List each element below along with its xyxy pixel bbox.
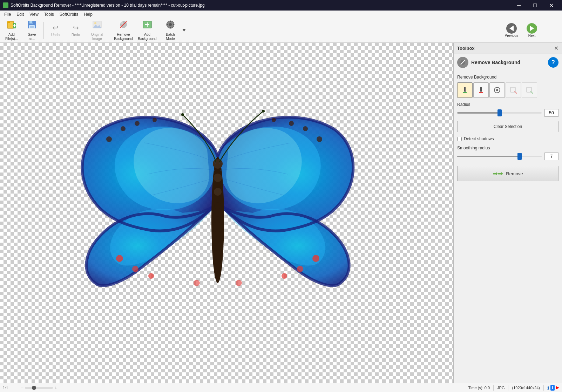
svg-point-35 <box>303 126 308 131</box>
menu-edit[interactable]: Edit <box>14 11 27 18</box>
zoom-thumb <box>32 386 36 390</box>
separator-2 <box>110 22 110 39</box>
separator <box>17 385 17 391</box>
svg-point-42 <box>297 266 303 272</box>
facebook-icon[interactable]: f <box>550 385 555 391</box>
svg-point-47 <box>213 159 223 169</box>
smoothing-slider[interactable] <box>457 156 542 157</box>
svg-point-43 <box>282 273 287 279</box>
svg-rect-9 <box>30 26 34 28</box>
remove-bg-title: Remove Background <box>471 60 520 65</box>
menu-help[interactable]: Help <box>81 11 95 18</box>
remove-bg-section-label: Remove Background <box>457 75 558 80</box>
zoom-out-icon[interactable]: − <box>21 385 23 391</box>
svg-point-52 <box>215 231 221 237</box>
remove-button-label: Remove <box>506 171 523 176</box>
svg-rect-60 <box>464 87 466 91</box>
window-title: SoftOrbits Background Remover - ****Unre… <box>11 3 205 8</box>
undo-button[interactable]: ↩ Undo <box>45 20 66 41</box>
svg-rect-1 <box>7 21 10 23</box>
remove-button[interactable]: ➡➡ Remove <box>457 166 558 181</box>
menu-file[interactable]: File <box>1 11 14 18</box>
separator4 <box>543 385 544 391</box>
original-image-icon <box>92 20 102 32</box>
undo-label: Undo <box>51 33 60 37</box>
svg-rect-14 <box>120 21 123 24</box>
butterfly-image <box>74 87 361 339</box>
batch-mode-icon <box>165 20 175 32</box>
previous-label: Previous <box>505 34 519 38</box>
menu-view[interactable]: View <box>27 11 41 18</box>
status-icons: ℹ f ▶ <box>547 385 559 391</box>
svg-point-22 <box>169 23 172 26</box>
svg-point-45 <box>236 280 242 286</box>
radius-label: Radius <box>457 102 558 107</box>
detect-shadows-checkbox[interactable] <box>457 137 462 141</box>
original-image-label: OriginalImage <box>91 33 103 41</box>
detect-shadows-label[interactable]: Detect shadows <box>464 136 494 141</box>
zoom-in-icon[interactable]: + <box>54 385 57 391</box>
remove-brush-button[interactable] <box>473 82 489 98</box>
toolbar: AddFile(s)... Saveas... ↩ Undo ↪ Redo <box>0 18 562 43</box>
redo-icon: ↪ <box>73 23 79 32</box>
tool-buttons-row <box>457 82 558 98</box>
remove-background-label: RemoveBackground <box>114 33 133 41</box>
save-as-button[interactable]: Saveas... <box>22 20 42 41</box>
batch-mode-button[interactable]: BatchMode <box>159 20 182 41</box>
fill-remove-button[interactable] <box>522 82 537 98</box>
detect-shadows-row: Detect shadows <box>457 136 558 141</box>
add-files-icon <box>7 20 16 32</box>
prev-next-area: Previous Next <box>500 18 541 43</box>
menu-tools[interactable]: Tools <box>41 11 57 18</box>
info-icon[interactable]: ℹ <box>547 385 549 391</box>
canvas-area[interactable] <box>0 43 453 383</box>
toolbox-dimensions <box>454 377 562 383</box>
close-button[interactable]: ✕ <box>543 0 559 11</box>
radius-control: 50 <box>457 109 558 117</box>
svg-point-33 <box>153 118 157 122</box>
fill-keep-button[interactable] <box>506 82 521 98</box>
minimize-button[interactable]: ─ <box>511 0 527 11</box>
keep-brush-button[interactable] <box>457 82 473 98</box>
toolbox-close-button[interactable]: ✕ <box>554 45 558 52</box>
title-bar: SoftOrbits Background Remover - ****Unre… <box>0 0 562 11</box>
main-content: Toolbox ✕ Remove Background ? Remove Bac… <box>0 43 562 383</box>
radius-slider[interactable] <box>457 112 542 114</box>
next-icon <box>527 23 537 34</box>
smoothing-value: 7 <box>544 153 558 160</box>
toolbox-header: Toolbox ✕ <box>454 43 562 54</box>
restore-button[interactable]: □ <box>527 0 543 11</box>
remove-background-icon <box>119 20 128 32</box>
toolbar-more-button[interactable] <box>182 20 187 41</box>
redo-button[interactable]: ↪ Redo <box>66 20 86 41</box>
remove-background-button[interactable]: RemoveBackground <box>111 20 135 41</box>
previous-button[interactable]: Previous <box>500 20 523 41</box>
smoothing-control: 7 <box>457 153 558 160</box>
add-files-button[interactable]: AddFile(s)... <box>1 20 22 41</box>
clear-selection-button[interactable]: Clear Selection <box>457 121 558 132</box>
zoom-nav: − + <box>21 385 57 391</box>
save-as-label: Saveas... <box>28 33 36 41</box>
youtube-icon[interactable]: ▶ <box>556 385 559 391</box>
svg-point-69 <box>496 89 498 91</box>
svg-point-44 <box>194 280 200 286</box>
svg-marker-28 <box>509 26 514 31</box>
auto-remove-button[interactable] <box>489 82 505 98</box>
batch-mode-label: BatchMode <box>166 33 175 41</box>
svg-point-57 <box>262 110 265 113</box>
next-button[interactable]: Next <box>523 20 541 41</box>
next-label: Next <box>528 34 536 38</box>
add-background-button[interactable]: AddBackground <box>135 20 159 41</box>
undo-icon: ↩ <box>53 23 59 32</box>
menu-softorbits[interactable]: SoftOrbits <box>57 11 81 18</box>
help-button[interactable]: ? <box>548 57 558 68</box>
svg-rect-7 <box>32 21 33 23</box>
svg-rect-15 <box>123 21 127 24</box>
save-icon <box>27 20 37 32</box>
zoom-slider[interactable] <box>25 387 53 389</box>
svg-point-38 <box>116 255 123 262</box>
original-image-button[interactable]: OriginalImage <box>86 20 108 41</box>
svg-point-31 <box>121 126 126 131</box>
svg-point-36 <box>289 121 294 126</box>
toolbox-spacer <box>454 228 562 378</box>
